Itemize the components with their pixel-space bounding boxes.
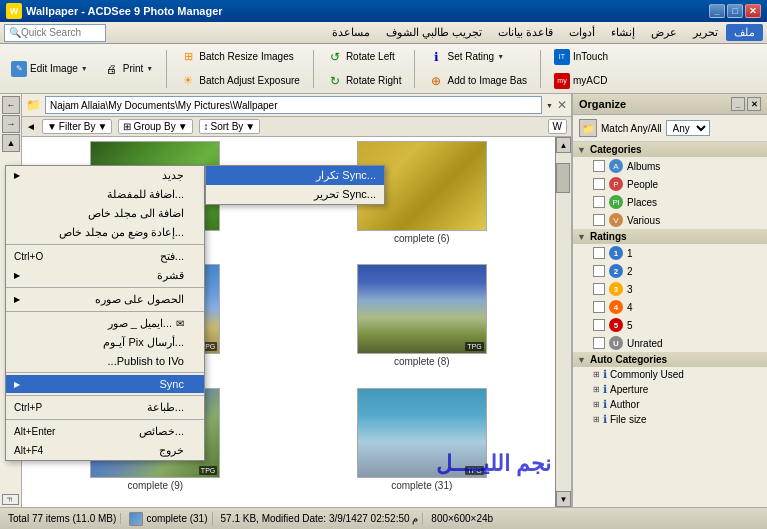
thumb-item-3[interactable]: TPG complete (8): [293, 264, 552, 379]
rating3-checkbox[interactable]: [593, 283, 605, 295]
albums-checkbox[interactable]: [593, 160, 605, 172]
menu-test[interactable]: تجريب طالبي الشوف: [378, 24, 490, 41]
category-various[interactable]: V Various: [573, 211, 767, 229]
rating1-checkbox[interactable]: [593, 247, 605, 259]
ctx-add-special[interactable]: اضافة الى مجلد خاص: [6, 204, 204, 223]
intouch-button[interactable]: IT InTouch: [547, 46, 615, 68]
batch-adjust-button[interactable]: ☀ Batch Adjust Exposure: [173, 70, 307, 92]
match-dropdown[interactable]: Any All: [666, 120, 710, 136]
close-button[interactable]: ✕: [745, 4, 761, 18]
unrated-checkbox[interactable]: [593, 337, 605, 349]
group-by-button[interactable]: ⊞ Group By ▼: [118, 119, 192, 134]
sub-sync-edit[interactable]: ...Sync تحرير: [206, 185, 384, 204]
category-places[interactable]: Pl Places: [573, 193, 767, 211]
menu-view[interactable]: عرض: [643, 24, 685, 41]
rotate-left-button[interactable]: ↺ Rotate Left: [320, 46, 409, 68]
online-group: IT InTouch my myACD: [547, 46, 615, 92]
address-dropdown[interactable]: ▼: [546, 102, 553, 109]
thumb-label-5: complete (31): [391, 480, 452, 491]
thumb-item-5[interactable]: TPG complete (31): [293, 388, 552, 503]
rating4-checkbox[interactable]: [593, 301, 605, 313]
auto-categories-section-header[interactable]: ▼ Auto Categories: [573, 352, 767, 367]
scroll-down-btn[interactable]: ▼: [556, 491, 571, 507]
edit-image-button[interactable]: ✎ Edit Image ▼: [4, 58, 95, 80]
category-albums[interactable]: A Albums: [573, 157, 767, 175]
org-close-btn[interactable]: ✕: [747, 97, 761, 111]
menu-file[interactable]: ملف: [726, 24, 763, 41]
unrated-badge: U: [609, 336, 623, 350]
org-minimize-btn[interactable]: _: [731, 97, 745, 111]
rating-3[interactable]: 3 3: [573, 280, 767, 298]
dimensions-label: 800×600×24b: [431, 513, 493, 524]
rating-1[interactable]: 1 1: [573, 244, 767, 262]
auto-cat-filesize[interactable]: ⊞ ℹ File size: [573, 412, 767, 427]
scroll-up-btn[interactable]: ▲: [556, 137, 571, 153]
nav-btn-2[interactable]: →: [2, 115, 20, 133]
filter-nav-left[interactable]: ◄: [26, 121, 36, 132]
ctx-new-arrow: ▶: [14, 171, 20, 180]
auto-cat-author[interactable]: ⊞ ℹ Author: [573, 397, 767, 412]
ctx-new[interactable]: جديد ▶: [6, 166, 204, 185]
menu-edit[interactable]: تحرير: [685, 24, 726, 41]
menu-help[interactable]: مساعدة: [324, 24, 378, 41]
categories-section-header[interactable]: ▼ Categories: [573, 142, 767, 157]
status-file-info: 57.1 KB, Modified Date: 3/9/1427 02:52:5…: [217, 513, 424, 524]
nav-btn-1[interactable]: ←: [2, 96, 20, 114]
ctx-email[interactable]: ✉...ايميل _ صور: [6, 314, 204, 333]
ctx-properties[interactable]: ...خصائص Alt+Enter: [6, 422, 204, 441]
minimize-button[interactable]: _: [709, 4, 725, 18]
category-people[interactable]: P People: [573, 175, 767, 193]
filesize-icon: ℹ: [603, 413, 607, 426]
set-rating-button[interactable]: ℹ Set Rating ▼: [421, 46, 534, 68]
ctx-print[interactable]: ...طباعة Ctrl+P: [6, 398, 204, 417]
status-thumb-icon: [129, 512, 143, 526]
maximize-button[interactable]: □: [727, 4, 743, 18]
auto-cat-aperture[interactable]: ⊞ ℹ Aperture: [573, 382, 767, 397]
batch-resize-button[interactable]: ⊞ Batch Resize Images: [173, 46, 307, 68]
rating2-checkbox[interactable]: [593, 265, 605, 277]
rating5-checkbox[interactable]: [593, 319, 605, 331]
sort-by-button[interactable]: ↕ Sort By ▼: [199, 119, 261, 134]
thumb-label-3: complete (8): [394, 356, 450, 367]
filter-by-button[interactable]: ▼ Filter By ▼: [42, 119, 112, 134]
sub-sync-dup[interactable]: ...Sync تكرار: [206, 166, 384, 185]
search-input[interactable]: [21, 27, 101, 38]
places-checkbox[interactable]: [593, 196, 605, 208]
menu-tools[interactable]: أدوات: [561, 24, 603, 41]
group-dropdown: ▼: [178, 121, 188, 132]
ctx-publish[interactable]: Publish to IVo...: [6, 352, 204, 370]
address-input[interactable]: [45, 96, 542, 114]
rotate-right-button[interactable]: ↻ Rotate Right: [320, 70, 409, 92]
people-checkbox[interactable]: [593, 178, 605, 190]
rotate-left-icon: ↺: [327, 49, 343, 65]
menu-create[interactable]: إنشاء: [603, 24, 643, 41]
ctx-open[interactable]: ...فتح Ctrl+O: [6, 247, 204, 266]
nav-btn-3[interactable]: ▲: [2, 134, 20, 152]
ctx-shell[interactable]: قشرة ▶: [6, 266, 204, 285]
browser-close-btn[interactable]: ✕: [557, 98, 567, 112]
auto-cat-commonly-used[interactable]: ⊞ ℹ Commonly Used: [573, 367, 767, 382]
ctx-exit[interactable]: خروج Alt+F4: [6, 441, 204, 460]
ctx-add-fav[interactable]: ...اضافة للمفضلة: [6, 185, 204, 204]
rating-2[interactable]: 2 2: [573, 262, 767, 280]
ctx-get-image[interactable]: الحصول على صوره ▶: [6, 290, 204, 309]
various-checkbox[interactable]: [593, 214, 605, 226]
app-icon: W: [6, 3, 22, 19]
ratings-section-header[interactable]: ▼ Ratings: [573, 229, 767, 244]
print-button[interactable]: 🖨 Print ▼: [97, 58, 161, 80]
myacd-button[interactable]: my myACD: [547, 70, 615, 92]
rating3-label: 3: [627, 284, 633, 295]
ctx-send-pix-label: ...أرسال Pix آيـوم: [103, 336, 184, 349]
menu-database[interactable]: قاعدة بيانات: [490, 24, 561, 41]
ctx-send-pix[interactable]: ...أرسال Pix آيـوم: [6, 333, 204, 352]
ctx-restore[interactable]: ...إعادة وضع من مجلد خاص: [6, 223, 204, 242]
scroll-thumb[interactable]: [556, 163, 570, 193]
rating-4[interactable]: 4 4: [573, 298, 767, 316]
add-to-image-button[interactable]: ⊕ Add to Image Bas: [421, 70, 534, 92]
ctx-sync-arrow: ▶: [14, 380, 20, 389]
people-label: People: [627, 179, 658, 190]
ctx-sync[interactable]: Sync ▶: [6, 375, 204, 393]
rating-unrated[interactable]: U Unrated: [573, 334, 767, 352]
rating-5[interactable]: 5 5: [573, 316, 767, 334]
view-button[interactable]: W: [548, 119, 567, 134]
